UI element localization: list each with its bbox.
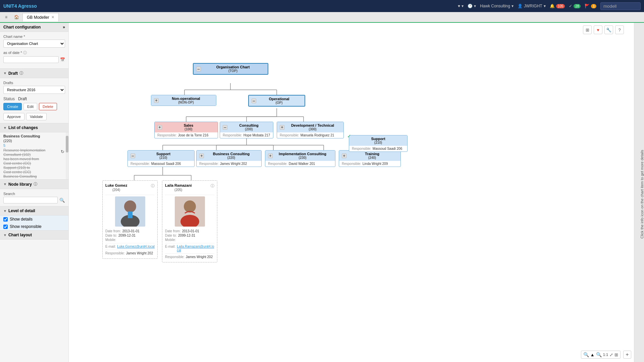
node-business-consulting[interactable]: + Business Consulting (220) Responsible:… (196, 150, 262, 167)
node-dev-body: Responsible: Manuela Rodriguez 21 (277, 132, 343, 138)
chart-layout-header[interactable]: ▼ Chart layout (0, 231, 68, 240)
svg-rect-29 (128, 212, 132, 218)
zoom-in-button[interactable]: 🔍 (596, 352, 602, 357)
node-support-expand[interactable]: – (130, 154, 135, 158)
tabbar: ≡ 🏠 GB Modeller ✕ (0, 12, 644, 23)
show-details-label: Show details (10, 217, 33, 222)
laila-email-link[interactable]: Laila.Ramazani@unit4.local (177, 245, 214, 252)
drafts-label: Drafts (3, 81, 65, 85)
chart-name-select[interactable]: Organisation Chart (3, 40, 65, 48)
favorites-icon[interactable]: ♥ (594, 25, 602, 34)
node-ic-expand[interactable]: + (268, 154, 273, 158)
laila-date-from-row: Date from: 2013-01-01 (165, 229, 214, 233)
panel-layout-icon[interactable]: ⊞ (583, 25, 592, 34)
person-card-laila: Laila Ramazani (205) ⓘ Date (162, 180, 217, 262)
zoom-expand-icon[interactable]: ⤢ (609, 352, 613, 357)
home-icon[interactable]: 🏠 (11, 13, 22, 21)
main-layout: Chart configuration » Chart name * Organ… (0, 23, 644, 362)
draft-help-icon[interactable]: ⓘ (19, 71, 23, 76)
node-support-210[interactable]: – Support (210) Responsible: Massoud Saa… (127, 150, 195, 167)
right-panel-text: Click the info icon on the chart item to… (640, 150, 644, 239)
node-non-operational[interactable]: + Non-operational (NON-OP) (151, 95, 216, 106)
node-top[interactable]: – Organisation Chart (TOP) (193, 63, 268, 75)
luke-info-icon[interactable]: ⓘ (151, 183, 155, 188)
node-sales-header: + Sales (100) (155, 122, 218, 132)
show-details-row: Show details (0, 216, 68, 223)
drafts-select[interactable]: Restructure 2016 (3, 86, 65, 94)
calendar-icon[interactable]: 📅 (60, 57, 65, 62)
zoom-fit-icon[interactable]: ⊞ (614, 352, 618, 357)
laila-info-icon[interactable]: ⓘ (211, 183, 214, 188)
node-impl-consulting[interactable]: + Implementation Consulting (230) Respon… (265, 150, 335, 167)
grid-menu-icon[interactable]: ≡ (2, 13, 11, 21)
right-panel[interactable]: Click the info icon on the chart item to… (634, 23, 644, 362)
flags[interactable]: 🚩 1 (585, 4, 596, 8)
chart-config-header[interactable]: Chart configuration » (0, 23, 68, 32)
help-icon[interactable]: ? (615, 25, 624, 34)
green-check-icon: ✓ (347, 133, 351, 139)
user-menu[interactable]: 👤 JWRIGHT ▾ (518, 4, 546, 8)
laila-code: (205) (165, 188, 192, 192)
node-bc-expand[interactable]: + (199, 154, 204, 158)
refresh-icon[interactable]: ↻ (61, 149, 64, 154)
as-of-date-group: as of date * ⓘ 01/01/2016 📅 (3, 50, 65, 63)
create-button[interactable]: Create (3, 103, 22, 110)
search-input[interactable] (3, 197, 58, 203)
delete-button[interactable]: Delete (39, 103, 57, 110)
add-button[interactable]: + (623, 351, 631, 359)
search-button[interactable]: 🔍 (59, 198, 65, 203)
history-menu[interactable]: 🕐 ▾ (468, 4, 476, 8)
node-non-op-expand[interactable]: + (154, 98, 159, 103)
settings-icon[interactable]: 🔧 (604, 25, 613, 34)
node-ic-body: Responsible: David Walker 201 (265, 161, 335, 167)
node-dev-expand[interactable]: + (280, 125, 284, 130)
checks[interactable]: ✓ 28 (569, 4, 581, 8)
chart-name-label: Chart name * (3, 35, 65, 39)
node-bc-title: Business Consulting (204, 152, 259, 156)
as-of-date-input[interactable]: 01/01/2016 (3, 56, 59, 63)
node-sales[interactable]: + Sales (100) Responsible: Jose de la To… (154, 122, 218, 138)
change-item-strikethrough8: (220) (3, 179, 65, 179)
draft-header[interactable]: ▼ Draft ⓘ (0, 69, 68, 78)
luke-email-link[interactable]: Luke.Gomez@unit4.local (117, 245, 155, 248)
node-consulting-expand[interactable]: – (223, 125, 227, 130)
notifications[interactable]: 🔔 105 (550, 4, 565, 8)
node-training[interactable]: + Training (240) Responsible: Linda Wrig… (339, 150, 401, 167)
changes-header[interactable]: ▼ List of changes (0, 123, 68, 132)
luke-date-from-row: Date from: 2013-01-01 (105, 229, 155, 233)
as-of-date-label: as of date * ⓘ (3, 50, 65, 55)
node-bc-responsible: Responsible: James Wright 202 (199, 162, 259, 166)
hawk-consulting-menu[interactable]: Hawk Consulting ▾ (480, 4, 514, 8)
zoom-out-button[interactable]: 🔍 (583, 352, 589, 357)
tab-gb-modeller[interactable]: GB Modeller ✕ (22, 13, 59, 21)
show-details-checkbox[interactable] (3, 217, 8, 222)
node-top-expand[interactable]: – (196, 67, 201, 71)
topbar-left: UNIT4 Agresso (3, 3, 41, 9)
global-search-input[interactable] (600, 2, 641, 10)
level-of-detail-header[interactable]: ▼ Level of detail (0, 206, 68, 216)
status-label: Status (3, 97, 15, 101)
node-library-header[interactable]: ▼ Node library ⓘ (0, 180, 68, 189)
show-responsible-checkbox[interactable] (3, 225, 8, 229)
tab-close-icon[interactable]: ✕ (51, 15, 54, 19)
changes-list: Business Consulting (220) 5 Resource Imp… (0, 132, 68, 179)
node-sales-expand[interactable]: + (157, 125, 162, 130)
node-operational[interactable]: – Operational (OP) (248, 95, 305, 107)
node-op-expand[interactable]: – (252, 99, 256, 103)
edit-button[interactable]: Edit (23, 103, 37, 110)
luke-responsible-row: Responsible: James Wright 202 (105, 251, 155, 255)
level-of-detail-title: Level of detail (8, 208, 35, 213)
node-consulting-code: (200) (227, 127, 270, 131)
approve-button[interactable]: Approve (3, 113, 24, 120)
validate-button[interactable]: Validate (26, 113, 47, 120)
node-library-help-icon[interactable]: ⓘ (34, 182, 37, 187)
node-consulting[interactable]: – Consulting (200) Responsible: Hope Mob… (220, 122, 273, 138)
favorites-menu[interactable]: ♥ ▾ (458, 4, 464, 8)
node-dev-technical[interactable]: + Development / Technical (300) Responsi… (277, 122, 344, 138)
node-support-float[interactable]: ✓ Support (210) Responsible: Massoud Saa… (349, 135, 408, 152)
zoom-level-label: 1:1 (603, 353, 608, 357)
node-training-expand[interactable]: + (342, 154, 346, 158)
search-section: Search 🔍 (0, 189, 68, 206)
node-sales-code: (100) (162, 127, 215, 131)
draft-title: Draft (8, 71, 18, 76)
